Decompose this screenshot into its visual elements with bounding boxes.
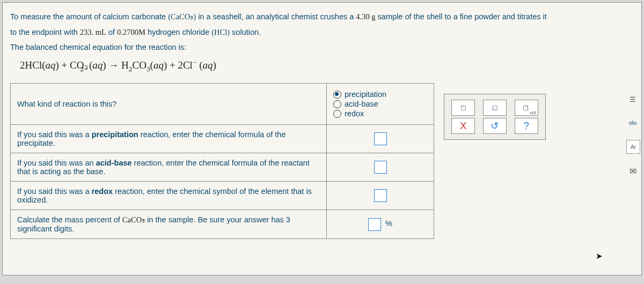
- intro-text: To measure the amount of calcium carbona…: [10, 12, 168, 21]
- right-toolbar: ☰ olo Ar ✉: [626, 93, 642, 177]
- sample-mass: 4.30 g: [356, 12, 375, 21]
- sci-notation-button[interactable]: □.□ x10: [515, 100, 538, 116]
- q2-answer-cell: [327, 125, 434, 153]
- radio-acid-base[interactable]: acid-base: [333, 100, 427, 108]
- radio-icon: [333, 91, 341, 99]
- oxidized-element-input[interactable]: [374, 189, 387, 202]
- problem-statement: To measure the amount of calcium carbona…: [10, 10, 634, 54]
- q3-label: If you said this was an acid-base reacti…: [11, 153, 327, 182]
- subscript-button[interactable]: □□: [483, 100, 507, 116]
- radio-redox[interactable]: redox: [333, 109, 427, 118]
- help-button[interactable]: ?: [515, 118, 538, 134]
- formula-caco3: (CaCO₃): [168, 12, 196, 21]
- formula-hcl: (HCl): [211, 28, 230, 36]
- q5-label: Calculate the mass percent of CaCO₃ in t…: [11, 210, 327, 239]
- question-table: What kind of reaction is this? precipita…: [10, 83, 434, 239]
- format-pad: □□ □□ □.□ x10 X ↺ ?: [444, 94, 546, 140]
- titrant-volume: 233. mL: [80, 28, 106, 36]
- intro-text: sample of the shell to a fine powder and…: [378, 12, 547, 21]
- intro-text: hydrogen chloride: [148, 28, 211, 36]
- radio-icon: [333, 100, 341, 108]
- q4-label: If you said this was a redox reaction, e…: [11, 182, 327, 210]
- titrant-concentration: 0.2700M: [117, 28, 145, 36]
- reset-button[interactable]: ↺: [483, 118, 507, 134]
- equation-intro: The balanced chemical equation for the r…: [10, 41, 634, 54]
- radio-label: acid-base: [345, 100, 378, 108]
- q1-label: What kind of reaction is this?: [11, 84, 327, 125]
- clear-button[interactable]: X: [451, 118, 475, 134]
- olo-icon[interactable]: olo: [626, 116, 639, 129]
- q4-answer-cell: [327, 182, 434, 210]
- periodic-table-icon[interactable]: Ar: [626, 140, 640, 154]
- q1-answer-cell: precipitation acid-base redox: [327, 84, 434, 125]
- balanced-equation: 2HCl(aq) + CO2−3 (aq) → H2CO3(aq) + 2Cl−…: [20, 58, 634, 73]
- precipitate-input[interactable]: [374, 132, 387, 145]
- mass-percent-input[interactable]: [368, 218, 381, 231]
- base-input[interactable]: [374, 161, 387, 174]
- q5-answer-cell: %: [327, 210, 434, 239]
- message-icon[interactable]: ✉: [626, 165, 639, 177]
- q2-label: If you said this was a precipitation rea…: [11, 125, 327, 153]
- q3-answer-cell: [327, 153, 434, 182]
- intro-text: to the endpoint with: [10, 28, 80, 36]
- radio-icon: [333, 110, 341, 118]
- intro-text: in a seashell, an analytical chemist cru…: [198, 12, 356, 21]
- cursor-icon: ➤: [596, 251, 603, 261]
- superscript-button[interactable]: □□: [451, 100, 475, 116]
- radio-label: precipitation: [345, 90, 386, 99]
- list-icon[interactable]: ☰: [626, 93, 639, 106]
- radio-precipitation[interactable]: precipitation: [333, 90, 427, 99]
- percent-unit: %: [385, 219, 392, 228]
- intro-text: of: [108, 28, 117, 36]
- radio-label: redox: [345, 109, 364, 118]
- intro-text: solution.: [232, 28, 261, 36]
